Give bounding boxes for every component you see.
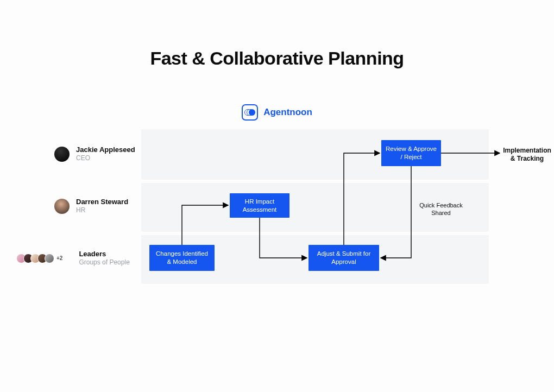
node-review: Review & Approve / Reject bbox=[381, 140, 441, 166]
node-changes: Changes Identified & Modeled bbox=[149, 245, 215, 271]
feedback-label: Quick Feedback Shared bbox=[414, 201, 468, 218]
avatar-overflow-count: +2 bbox=[56, 255, 62, 261]
role-name: Jackie Appleseed bbox=[76, 146, 135, 154]
output-label: Implementation & Tracking bbox=[501, 147, 553, 163]
avatar bbox=[54, 199, 70, 214]
avatar-stack: +2 bbox=[16, 254, 62, 263]
brand-row: Agentnoon bbox=[0, 104, 554, 121]
role-sub: HR bbox=[76, 206, 128, 215]
avatar bbox=[45, 254, 54, 263]
role-hr: Darren Steward HR bbox=[54, 198, 128, 214]
role-sub: CEO bbox=[76, 154, 135, 163]
brand-name: Agentnoon bbox=[263, 107, 312, 118]
role-name: Leaders bbox=[79, 250, 129, 258]
role-name: Darren Steward bbox=[76, 198, 128, 206]
role-leaders: +2 Leaders Groups of People bbox=[16, 250, 130, 267]
node-hr-assess: HR Impact Assessment bbox=[230, 193, 289, 218]
node-adjust: Adjust & Submit for Approval bbox=[309, 245, 379, 271]
role-ceo: Jackie Appleseed CEO bbox=[54, 146, 135, 162]
avatar bbox=[54, 147, 70, 162]
page-title: Fast & Collaborative Planning bbox=[0, 48, 554, 69]
agentnoon-logo-icon bbox=[242, 104, 258, 121]
role-sub: Groups of People bbox=[79, 258, 129, 267]
